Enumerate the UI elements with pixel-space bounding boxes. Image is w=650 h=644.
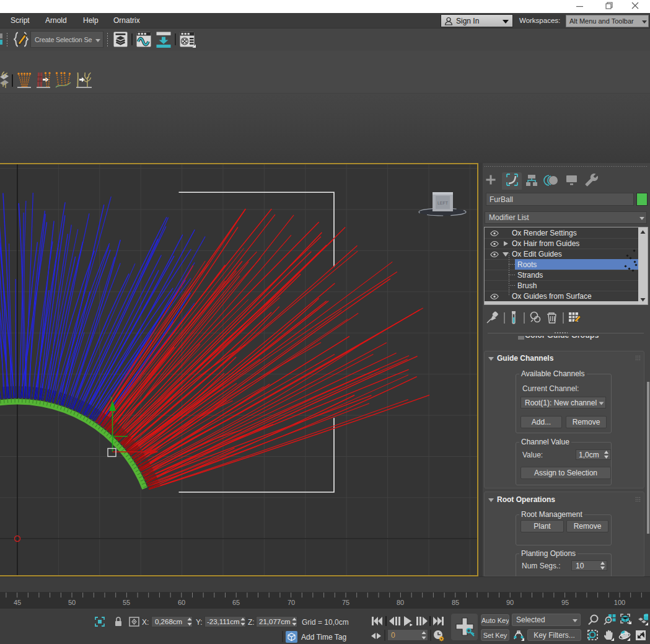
svg-text:LEFT: LEFT [437,201,449,205]
svg-text:y: y [110,395,113,400]
